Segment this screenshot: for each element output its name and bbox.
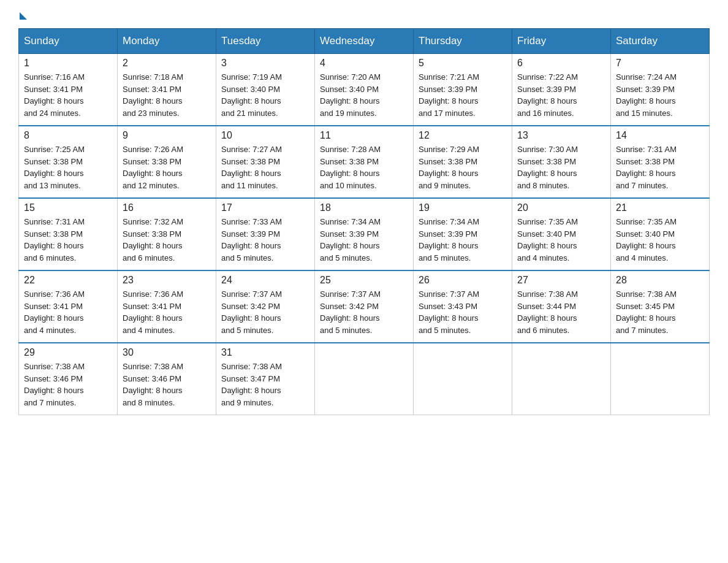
day-number: 24 [221,275,309,286]
calendar-header-tuesday: Tuesday [216,29,315,54]
calendar-table: SundayMondayTuesdayWednesdayThursdayFrid… [18,28,710,415]
day-number: 30 [123,347,211,358]
day-number: 29 [24,347,112,358]
day-info: Sunrise: 7:18 AM Sunset: 3:41 PM Dayligh… [123,71,211,119]
day-number: 27 [517,275,605,286]
calendar-week-row: 29 Sunrise: 7:38 AM Sunset: 3:46 PM Dayl… [19,343,710,415]
day-number: 28 [616,275,704,286]
calendar-cell: 2 Sunrise: 7:18 AM Sunset: 3:41 PM Dayli… [118,54,216,126]
calendar-cell: 7 Sunrise: 7:24 AM Sunset: 3:39 PM Dayli… [611,54,710,126]
day-number: 11 [320,130,408,141]
calendar-week-row: 22 Sunrise: 7:36 AM Sunset: 3:41 PM Dayl… [19,270,710,343]
calendar-cell: 6 Sunrise: 7:22 AM Sunset: 3:39 PM Dayli… [512,54,611,126]
day-number: 23 [123,275,211,286]
day-number: 12 [419,130,507,141]
day-number: 25 [320,275,408,286]
calendar-cell: 24 Sunrise: 7:37 AM Sunset: 3:42 PM Dayl… [216,270,315,343]
day-info: Sunrise: 7:34 AM Sunset: 3:39 PM Dayligh… [320,216,408,264]
calendar-week-row: 8 Sunrise: 7:25 AM Sunset: 3:38 PM Dayli… [19,126,710,198]
calendar-header-friday: Friday [512,29,611,54]
day-number: 20 [517,202,605,213]
calendar-cell: 23 Sunrise: 7:36 AM Sunset: 3:41 PM Dayl… [118,270,216,343]
calendar-header-saturday: Saturday [611,29,710,54]
day-number: 4 [320,58,408,69]
day-number: 14 [616,130,704,141]
calendar-cell: 28 Sunrise: 7:38 AM Sunset: 3:45 PM Dayl… [611,270,710,343]
day-info: Sunrise: 7:30 AM Sunset: 3:38 PM Dayligh… [517,144,605,191]
calendar-cell [512,343,611,415]
day-number: 16 [123,202,211,213]
day-number: 19 [419,202,507,213]
calendar-cell: 31 Sunrise: 7:38 AM Sunset: 3:47 PM Dayl… [216,343,315,415]
calendar-week-row: 15 Sunrise: 7:31 AM Sunset: 3:38 PM Dayl… [19,198,710,270]
day-number: 2 [123,58,211,69]
day-info: Sunrise: 7:24 AM Sunset: 3:39 PM Dayligh… [616,71,704,119]
calendar-cell: 5 Sunrise: 7:21 AM Sunset: 3:39 PM Dayli… [414,54,512,126]
calendar-week-row: 1 Sunrise: 7:16 AM Sunset: 3:41 PM Dayli… [19,54,710,126]
calendar-cell: 14 Sunrise: 7:31 AM Sunset: 3:38 PM Dayl… [611,126,710,198]
calendar-cell: 17 Sunrise: 7:33 AM Sunset: 3:39 PM Dayl… [216,198,315,270]
calendar-cell [414,343,512,415]
calendar-cell: 9 Sunrise: 7:26 AM Sunset: 3:38 PM Dayli… [118,126,216,198]
day-number: 5 [419,58,507,69]
day-number: 21 [616,202,704,213]
day-info: Sunrise: 7:38 AM Sunset: 3:46 PM Dayligh… [24,361,112,408]
day-info: Sunrise: 7:33 AM Sunset: 3:39 PM Dayligh… [221,216,309,264]
logo-triangle-icon [20,12,27,20]
day-number: 13 [517,130,605,141]
calendar-header-row: SundayMondayTuesdayWednesdayThursdayFrid… [19,29,710,54]
day-number: 8 [24,130,112,141]
day-info: Sunrise: 7:37 AM Sunset: 3:42 PM Dayligh… [320,288,408,336]
calendar-cell: 18 Sunrise: 7:34 AM Sunset: 3:39 PM Dayl… [315,198,414,270]
day-info: Sunrise: 7:21 AM Sunset: 3:39 PM Dayligh… [419,71,507,119]
calendar-cell: 1 Sunrise: 7:16 AM Sunset: 3:41 PM Dayli… [19,54,118,126]
calendar-header-monday: Monday [118,29,216,54]
calendar-header-thursday: Thursday [414,29,512,54]
calendar-header-sunday: Sunday [19,29,118,54]
day-info: Sunrise: 7:38 AM Sunset: 3:46 PM Dayligh… [123,361,211,408]
calendar-cell: 3 Sunrise: 7:19 AM Sunset: 3:40 PM Dayli… [216,54,315,126]
calendar-cell: 15 Sunrise: 7:31 AM Sunset: 3:38 PM Dayl… [19,198,118,270]
calendar-cell: 30 Sunrise: 7:38 AM Sunset: 3:46 PM Dayl… [118,343,216,415]
day-number: 10 [221,130,309,141]
calendar-cell [611,343,710,415]
day-info: Sunrise: 7:16 AM Sunset: 3:41 PM Dayligh… [24,71,112,119]
day-info: Sunrise: 7:27 AM Sunset: 3:38 PM Dayligh… [221,144,309,191]
day-info: Sunrise: 7:20 AM Sunset: 3:40 PM Dayligh… [320,71,408,119]
day-number: 18 [320,202,408,213]
calendar-cell: 12 Sunrise: 7:29 AM Sunset: 3:38 PM Dayl… [414,126,512,198]
day-number: 26 [419,275,507,286]
calendar-cell: 26 Sunrise: 7:37 AM Sunset: 3:43 PM Dayl… [414,270,512,343]
day-info: Sunrise: 7:37 AM Sunset: 3:42 PM Dayligh… [221,288,309,336]
day-info: Sunrise: 7:31 AM Sunset: 3:38 PM Dayligh… [24,216,112,264]
day-number: 17 [221,202,309,213]
day-info: Sunrise: 7:38 AM Sunset: 3:45 PM Dayligh… [616,288,704,336]
day-info: Sunrise: 7:25 AM Sunset: 3:38 PM Dayligh… [24,144,112,191]
calendar-cell: 19 Sunrise: 7:34 AM Sunset: 3:39 PM Dayl… [414,198,512,270]
day-info: Sunrise: 7:34 AM Sunset: 3:39 PM Dayligh… [419,216,507,264]
day-number: 15 [24,202,112,213]
calendar-cell: 20 Sunrise: 7:35 AM Sunset: 3:40 PM Dayl… [512,198,611,270]
day-info: Sunrise: 7:29 AM Sunset: 3:38 PM Dayligh… [419,144,507,191]
calendar-cell: 22 Sunrise: 7:36 AM Sunset: 3:41 PM Dayl… [19,270,118,343]
calendar-header-wednesday: Wednesday [315,29,414,54]
day-info: Sunrise: 7:26 AM Sunset: 3:38 PM Dayligh… [123,144,211,191]
calendar-cell: 10 Sunrise: 7:27 AM Sunset: 3:38 PM Dayl… [216,126,315,198]
day-number: 9 [123,130,211,141]
calendar-cell: 29 Sunrise: 7:38 AM Sunset: 3:46 PM Dayl… [19,343,118,415]
calendar-cell: 25 Sunrise: 7:37 AM Sunset: 3:42 PM Dayl… [315,270,414,343]
calendar-cell [315,343,414,415]
calendar-cell: 16 Sunrise: 7:32 AM Sunset: 3:38 PM Dayl… [118,198,216,270]
calendar-cell: 11 Sunrise: 7:28 AM Sunset: 3:38 PM Dayl… [315,126,414,198]
day-number: 31 [221,347,309,358]
day-number: 1 [24,58,112,69]
day-info: Sunrise: 7:37 AM Sunset: 3:43 PM Dayligh… [419,288,507,336]
day-info: Sunrise: 7:22 AM Sunset: 3:39 PM Dayligh… [517,71,605,119]
calendar-cell: 13 Sunrise: 7:30 AM Sunset: 3:38 PM Dayl… [512,126,611,198]
calendar-cell: 27 Sunrise: 7:38 AM Sunset: 3:44 PM Dayl… [512,270,611,343]
day-number: 3 [221,58,309,69]
day-info: Sunrise: 7:28 AM Sunset: 3:38 PM Dayligh… [320,144,408,191]
day-info: Sunrise: 7:31 AM Sunset: 3:38 PM Dayligh… [616,144,704,191]
calendar-cell: 4 Sunrise: 7:20 AM Sunset: 3:40 PM Dayli… [315,54,414,126]
page-header [18,12,710,18]
